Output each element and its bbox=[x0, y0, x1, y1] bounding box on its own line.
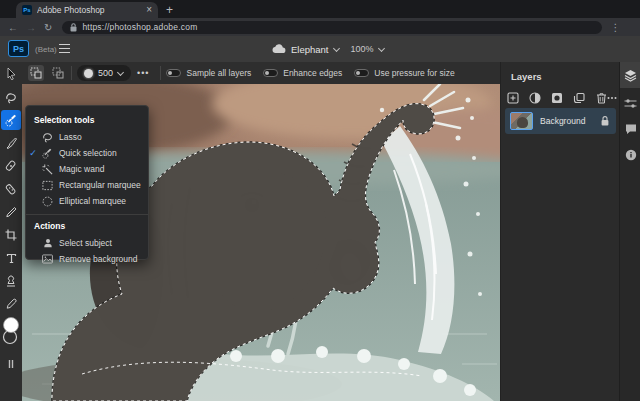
layer-mask-icon[interactable] bbox=[550, 91, 564, 105]
browser-tab-bar: Ps Adobe Photoshop × + bbox=[0, 0, 640, 18]
zoom-level[interactable]: 100% bbox=[351, 44, 374, 54]
layers-panel-title: Layers bbox=[511, 71, 542, 82]
sample-all-layers-label: Sample all layers bbox=[186, 68, 251, 78]
layers-more-icon[interactable] bbox=[605, 91, 619, 105]
selection-tools-flyout: Selection tools Lasso ✓ Quick selection … bbox=[25, 105, 149, 260]
more-options-icon[interactable]: ••• bbox=[137, 68, 149, 78]
layer-row-background[interactable]: Background bbox=[505, 108, 616, 134]
lock-icon[interactable] bbox=[601, 116, 609, 126]
menu-item-select-subject[interactable]: Select subject bbox=[26, 235, 148, 251]
type-tool[interactable] bbox=[1, 248, 21, 268]
tab-close-icon[interactable]: × bbox=[146, 5, 152, 15]
layers-panel-tab[interactable] bbox=[620, 62, 640, 88]
quick-selection-tool[interactable] bbox=[1, 110, 21, 130]
zoom-chevron-icon[interactable] bbox=[379, 46, 385, 52]
app-header: Ps (Beta) Elephant 100% bbox=[0, 36, 640, 62]
menu-item-elliptical-marquee[interactable]: Elliptical marquee bbox=[26, 193, 148, 209]
screen: Ps Adobe Photoshop × + ← → ↻ https://pho… bbox=[0, 0, 640, 401]
sliders-icon bbox=[624, 98, 637, 109]
tool-options-bar: 500 ••• Sample all layers Enhance edges … bbox=[22, 62, 500, 84]
more-tools-icon[interactable] bbox=[1, 354, 21, 374]
document-title-cluster: Elephant 100% bbox=[272, 41, 385, 57]
use-pressure-toggle[interactable] bbox=[354, 69, 369, 77]
new-tab-button[interactable]: + bbox=[166, 3, 173, 17]
sample-all-layers-toggle[interactable] bbox=[166, 69, 181, 77]
enhance-edges-toggle[interactable] bbox=[263, 69, 278, 77]
lock-icon bbox=[70, 23, 77, 32]
healing-patch-tool[interactable] bbox=[1, 179, 21, 199]
quick-selection-icon bbox=[40, 148, 55, 159]
crop-tool[interactable] bbox=[1, 225, 21, 245]
url-text: https://photoshop.adobe.com bbox=[82, 22, 197, 32]
flyout-section-title: Selection tools bbox=[26, 112, 148, 129]
menu-item-remove-background[interactable]: Remove background bbox=[26, 251, 148, 267]
magic-wand-icon bbox=[40, 164, 55, 175]
cloud-document-icon bbox=[272, 44, 286, 54]
image-icon bbox=[40, 254, 55, 265]
lasso-icon bbox=[40, 132, 55, 143]
check-icon: ✓ bbox=[26, 148, 40, 158]
brush-size-value: 500 bbox=[98, 68, 113, 78]
flyout-section-title: Actions bbox=[26, 218, 148, 235]
add-layer-icon[interactable] bbox=[506, 91, 520, 105]
menu-item-magic-wand[interactable]: Magic wand bbox=[26, 161, 148, 177]
tab-title: Adobe Photoshop bbox=[37, 5, 141, 15]
move-tool[interactable] bbox=[1, 63, 21, 83]
browser-menu-icon[interactable]: ⋮ bbox=[610, 22, 620, 33]
photoshop-logo: Ps bbox=[8, 40, 29, 57]
spot-healing-tool[interactable] bbox=[1, 156, 21, 176]
foreground-background-colors[interactable] bbox=[1, 314, 21, 348]
flyout-divider bbox=[26, 214, 148, 215]
info-icon bbox=[625, 149, 637, 161]
properties-panel-tab[interactable] bbox=[620, 90, 640, 116]
layers-icon bbox=[624, 69, 637, 82]
info-panel-tab[interactable] bbox=[620, 142, 640, 168]
brush-size-control[interactable]: 500 bbox=[77, 65, 131, 81]
tab-favicon-ps: Ps bbox=[22, 5, 32, 15]
browser-address-bar: ← → ↻ https://photoshop.adobe.com ⋮ bbox=[0, 18, 640, 36]
brush-preview-icon bbox=[84, 69, 93, 78]
elliptical-marquee-icon bbox=[40, 196, 55, 207]
new-selection-mode-icon[interactable] bbox=[28, 65, 44, 81]
rectangular-marquee-icon bbox=[40, 180, 55, 191]
layer-thumbnail bbox=[510, 112, 533, 130]
toolbar bbox=[0, 62, 22, 401]
forward-icon[interactable]: → bbox=[26, 22, 36, 33]
comment-icon bbox=[625, 123, 637, 135]
browser-tab[interactable]: Ps Adobe Photoshop × bbox=[16, 2, 158, 18]
menu-item-lasso[interactable]: Lasso bbox=[26, 129, 148, 145]
menu-icon[interactable] bbox=[59, 44, 70, 53]
eyedropper-tool[interactable] bbox=[1, 294, 21, 314]
use-pressure-label: Use pressure for size bbox=[374, 68, 454, 78]
brush-size-chevron-icon bbox=[118, 70, 124, 76]
document-name[interactable]: Elephant bbox=[291, 44, 329, 55]
pencil-tool[interactable] bbox=[1, 202, 21, 222]
adjustment-layer-icon[interactable] bbox=[528, 91, 542, 105]
menu-item-quick-selection[interactable]: ✓ Quick selection bbox=[26, 145, 148, 161]
comments-panel-tab[interactable] bbox=[620, 116, 640, 142]
lasso-select-tool[interactable] bbox=[1, 88, 21, 108]
person-icon bbox=[40, 238, 55, 249]
brush-tool[interactable] bbox=[1, 133, 21, 153]
layer-name: Background bbox=[540, 116, 601, 126]
reload-icon[interactable]: ↻ bbox=[44, 22, 52, 33]
clipping-mask-icon[interactable] bbox=[572, 91, 586, 105]
subtract-selection-mode-icon[interactable] bbox=[50, 65, 66, 81]
document-chevron-icon[interactable] bbox=[334, 46, 340, 52]
layers-panel: Layers Background bbox=[500, 62, 619, 401]
enhance-edges-label: Enhance edges bbox=[283, 68, 342, 78]
url-field[interactable]: https://photoshop.adobe.com bbox=[62, 21, 602, 34]
clone-stamp-tool[interactable] bbox=[1, 271, 21, 291]
back-icon[interactable]: ← bbox=[8, 22, 18, 33]
menu-item-rectangular-marquee[interactable]: Rectangular marquee bbox=[26, 177, 148, 193]
beta-badge: (Beta) bbox=[35, 45, 57, 54]
right-panel-strip bbox=[619, 62, 640, 401]
